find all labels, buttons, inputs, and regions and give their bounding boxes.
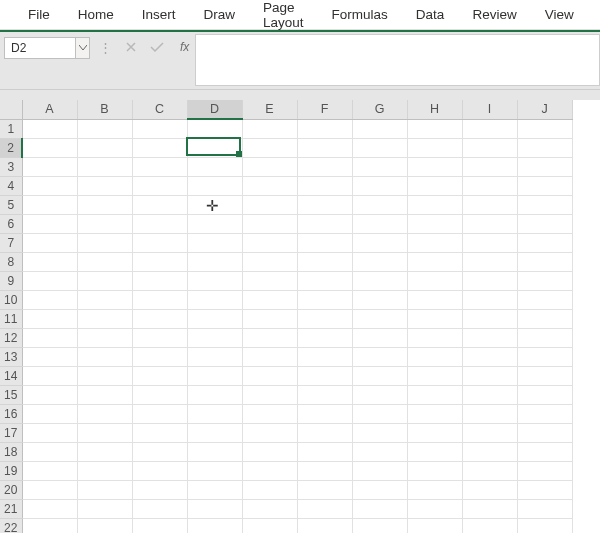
cell-G15[interactable] bbox=[352, 385, 407, 404]
row-header-17[interactable]: 17 bbox=[0, 423, 22, 442]
cell-D11[interactable] bbox=[187, 309, 242, 328]
col-header-H[interactable]: H bbox=[407, 100, 462, 119]
cell-J15[interactable] bbox=[517, 385, 572, 404]
col-header-J[interactable]: J bbox=[517, 100, 572, 119]
cell-J20[interactable] bbox=[517, 480, 572, 499]
cell-E14[interactable] bbox=[242, 366, 297, 385]
cell-E22[interactable] bbox=[242, 518, 297, 533]
cell-B15[interactable] bbox=[77, 385, 132, 404]
row-header-16[interactable]: 16 bbox=[0, 404, 22, 423]
ribbon-tab-insert[interactable]: Insert bbox=[128, 0, 190, 30]
cell-F10[interactable] bbox=[297, 290, 352, 309]
row-header-18[interactable]: 18 bbox=[0, 442, 22, 461]
row-header-9[interactable]: 9 bbox=[0, 271, 22, 290]
cell-D2[interactable] bbox=[187, 138, 242, 157]
cell-B11[interactable] bbox=[77, 309, 132, 328]
col-header-D[interactable]: D bbox=[187, 100, 242, 119]
row-header-11[interactable]: 11 bbox=[0, 309, 22, 328]
cell-F3[interactable] bbox=[297, 157, 352, 176]
cell-D9[interactable] bbox=[187, 271, 242, 290]
row-header-14[interactable]: 14 bbox=[0, 366, 22, 385]
row-header-22[interactable]: 22 bbox=[0, 518, 22, 533]
cell-C21[interactable] bbox=[132, 499, 187, 518]
cell-J19[interactable] bbox=[517, 461, 572, 480]
ribbon-tab-review[interactable]: Review bbox=[458, 0, 530, 30]
cell-F6[interactable] bbox=[297, 214, 352, 233]
cell-F21[interactable] bbox=[297, 499, 352, 518]
cell-E5[interactable] bbox=[242, 195, 297, 214]
cell-A4[interactable] bbox=[22, 176, 77, 195]
cell-F5[interactable] bbox=[297, 195, 352, 214]
cell-C1[interactable] bbox=[132, 119, 187, 138]
cell-B20[interactable] bbox=[77, 480, 132, 499]
cell-I22[interactable] bbox=[462, 518, 517, 533]
select-all-corner[interactable] bbox=[0, 100, 22, 119]
cell-E8[interactable] bbox=[242, 252, 297, 271]
cell-G17[interactable] bbox=[352, 423, 407, 442]
cell-G16[interactable] bbox=[352, 404, 407, 423]
cell-D17[interactable] bbox=[187, 423, 242, 442]
cell-D1[interactable] bbox=[187, 119, 242, 138]
row-header-8[interactable]: 8 bbox=[0, 252, 22, 271]
cell-J21[interactable] bbox=[517, 499, 572, 518]
cell-E11[interactable] bbox=[242, 309, 297, 328]
cell-F18[interactable] bbox=[297, 442, 352, 461]
ribbon-tab-data[interactable]: Data bbox=[402, 0, 459, 30]
cell-A5[interactable] bbox=[22, 195, 77, 214]
cell-J22[interactable] bbox=[517, 518, 572, 533]
cell-G13[interactable] bbox=[352, 347, 407, 366]
ribbon-tab-view[interactable]: View bbox=[531, 0, 588, 30]
row-header-15[interactable]: 15 bbox=[0, 385, 22, 404]
cell-C11[interactable] bbox=[132, 309, 187, 328]
cell-I17[interactable] bbox=[462, 423, 517, 442]
cell-B18[interactable] bbox=[77, 442, 132, 461]
cell-G10[interactable] bbox=[352, 290, 407, 309]
cell-F20[interactable] bbox=[297, 480, 352, 499]
cell-I16[interactable] bbox=[462, 404, 517, 423]
cell-I9[interactable] bbox=[462, 271, 517, 290]
row-header-6[interactable]: 6 bbox=[0, 214, 22, 233]
cell-H22[interactable] bbox=[407, 518, 462, 533]
cell-C3[interactable] bbox=[132, 157, 187, 176]
cell-D3[interactable] bbox=[187, 157, 242, 176]
cell-C7[interactable] bbox=[132, 233, 187, 252]
cell-B4[interactable] bbox=[77, 176, 132, 195]
cell-F2[interactable] bbox=[297, 138, 352, 157]
cell-H21[interactable] bbox=[407, 499, 462, 518]
cell-J5[interactable] bbox=[517, 195, 572, 214]
ribbon-tab-help[interactable]: Help bbox=[588, 0, 600, 30]
row-header-13[interactable]: 13 bbox=[0, 347, 22, 366]
row-header-2[interactable]: 2 bbox=[0, 138, 22, 157]
cell-C20[interactable] bbox=[132, 480, 187, 499]
cell-J11[interactable] bbox=[517, 309, 572, 328]
cell-H11[interactable] bbox=[407, 309, 462, 328]
col-header-E[interactable]: E bbox=[242, 100, 297, 119]
row-header-19[interactable]: 19 bbox=[0, 461, 22, 480]
cell-A9[interactable] bbox=[22, 271, 77, 290]
cell-C6[interactable] bbox=[132, 214, 187, 233]
cell-A22[interactable] bbox=[22, 518, 77, 533]
row-header-12[interactable]: 12 bbox=[0, 328, 22, 347]
cell-G6[interactable] bbox=[352, 214, 407, 233]
cell-A15[interactable] bbox=[22, 385, 77, 404]
cell-H8[interactable] bbox=[407, 252, 462, 271]
cell-A8[interactable] bbox=[22, 252, 77, 271]
cell-F22[interactable] bbox=[297, 518, 352, 533]
col-header-B[interactable]: B bbox=[77, 100, 132, 119]
cell-D14[interactable] bbox=[187, 366, 242, 385]
cell-I3[interactable] bbox=[462, 157, 517, 176]
cell-D4[interactable] bbox=[187, 176, 242, 195]
cell-H13[interactable] bbox=[407, 347, 462, 366]
cell-C16[interactable] bbox=[132, 404, 187, 423]
cell-I4[interactable] bbox=[462, 176, 517, 195]
cell-E10[interactable] bbox=[242, 290, 297, 309]
cell-J1[interactable] bbox=[517, 119, 572, 138]
cell-F17[interactable] bbox=[297, 423, 352, 442]
fx-label[interactable]: fx bbox=[180, 40, 189, 54]
cell-J8[interactable] bbox=[517, 252, 572, 271]
cell-D8[interactable] bbox=[187, 252, 242, 271]
cell-E20[interactable] bbox=[242, 480, 297, 499]
cell-A18[interactable] bbox=[22, 442, 77, 461]
row-header-3[interactable]: 3 bbox=[0, 157, 22, 176]
cell-J4[interactable] bbox=[517, 176, 572, 195]
